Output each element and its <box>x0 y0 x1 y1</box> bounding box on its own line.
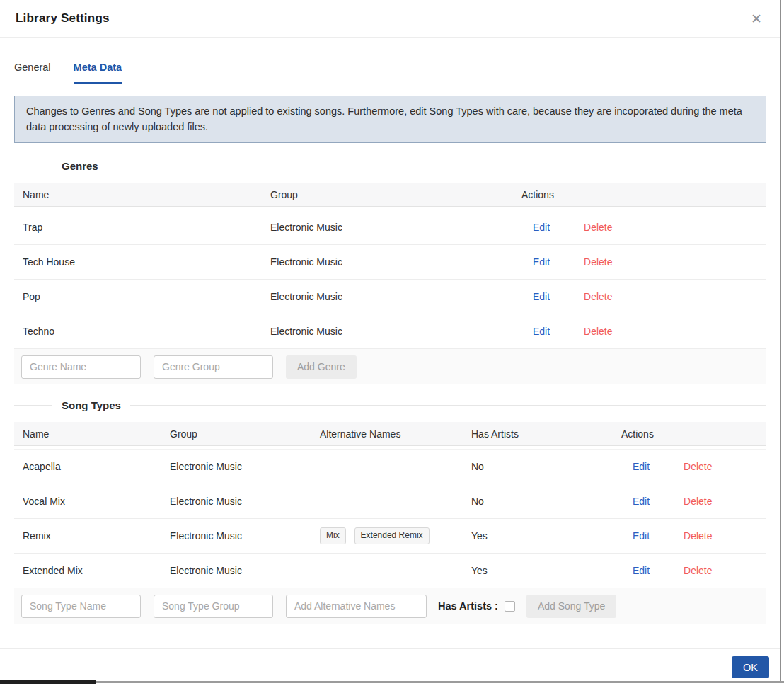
genre-name: Trap <box>14 222 262 233</box>
delete-link[interactable]: Delete <box>584 291 612 302</box>
delete-link[interactable]: Delete <box>684 565 712 576</box>
table-row: Acapella Electronic Music No Edit Delete <box>14 450 766 484</box>
delete-link[interactable]: Delete <box>584 222 612 233</box>
alt-name-tag: Mix <box>320 527 346 544</box>
song-types-section-title: Song Types <box>62 399 121 411</box>
table-row: Vocal Mix Electronic Music No Edit Delet… <box>14 484 766 519</box>
song-type-has-artists: No <box>463 496 613 507</box>
table-row: Trap Electronic Music Edit Delete <box>14 210 766 245</box>
edit-link[interactable]: Edit <box>533 326 550 337</box>
add-song-type-row: Has Artists : Add Song Type <box>14 588 766 624</box>
edit-link[interactable]: Edit <box>533 291 550 302</box>
genre-group: Electronic Music <box>262 256 513 268</box>
song-type-has-artists: Yes <box>463 530 613 542</box>
dialog-header: Library Settings ✕ <box>0 0 780 38</box>
genres-table: Name Group Actions Trap Electronic Music… <box>14 183 766 384</box>
tab-bar: General Meta Data <box>0 62 780 84</box>
dialog-title: Library Settings <box>16 11 110 25</box>
edit-link[interactable]: Edit <box>533 222 550 233</box>
tab-meta-data[interactable]: Meta Data <box>74 62 122 84</box>
add-genre-button[interactable]: Add Genre <box>286 355 357 379</box>
genre-group: Electronic Music <box>262 222 513 233</box>
song-type-name: Acapella <box>14 461 161 472</box>
song-types-section-divider: Song Types <box>0 399 780 411</box>
genre-name: Tech House <box>14 256 262 268</box>
song-types-table: Name Group Alternative Names Has Artists… <box>14 422 766 624</box>
delete-link[interactable]: Delete <box>684 530 712 542</box>
has-artists-label: Has Artists : <box>438 600 498 612</box>
song-type-has-artists: No <box>463 461 613 472</box>
table-row: Extended Mix Electronic Music Yes Edit D… <box>14 554 766 588</box>
song-type-group: Electronic Music <box>161 565 311 576</box>
delete-link[interactable]: Delete <box>584 256 612 268</box>
song-type-name: Vocal Mix <box>14 496 161 507</box>
column-header-name: Name <box>14 189 262 200</box>
divider-line <box>130 405 766 406</box>
add-genre-row: Add Genre <box>14 349 766 384</box>
song-type-group: Electronic Music <box>161 496 311 507</box>
genre-name: Pop <box>14 291 262 302</box>
edit-link[interactable]: Edit <box>633 565 650 576</box>
close-icon[interactable]: ✕ <box>748 11 765 27</box>
song-type-group: Electronic Music <box>161 530 311 542</box>
column-header-group: Group <box>262 189 513 200</box>
divider-line <box>14 405 52 406</box>
horizontal-scrollbar-track[interactable] <box>0 681 784 683</box>
horizontal-scrollbar-thumb[interactable] <box>0 680 96 684</box>
divider-line <box>108 166 766 166</box>
song-type-group: Electronic Music <box>161 461 311 472</box>
song-type-has-artists: Yes <box>463 565 613 576</box>
table-row: Pop Electronic Music Edit Delete <box>14 280 766 314</box>
genre-group: Electronic Music <box>262 291 513 302</box>
column-header-group: Group <box>161 428 311 440</box>
column-header-name: Name <box>14 428 161 440</box>
table-row: Tech House Electronic Music Edit Delete <box>14 245 766 280</box>
column-header-actions: Actions <box>513 189 766 200</box>
column-header-has-artists: Has Artists <box>463 428 613 440</box>
genre-name: Techno <box>14 326 262 337</box>
tab-general[interactable]: General <box>14 62 51 84</box>
genre-group: Electronic Music <box>262 326 513 337</box>
table-row: Techno Electronic Music Edit Delete <box>14 314 766 349</box>
genres-section-title: Genres <box>62 160 98 172</box>
song-type-group-input[interactable] <box>154 595 273 618</box>
ok-button[interactable]: OK <box>732 656 769 678</box>
has-artists-checkbox[interactable] <box>505 601 515 612</box>
song-type-name-input[interactable] <box>21 595 141 618</box>
delete-link[interactable]: Delete <box>584 326 612 337</box>
edit-link[interactable]: Edit <box>533 256 550 268</box>
song-type-alt-names: Mix Extended Remix <box>311 527 463 544</box>
genre-group-input[interactable] <box>154 355 273 379</box>
add-song-type-button[interactable]: Add Song Type <box>526 595 616 618</box>
alt-name-tag: Extended Remix <box>354 527 430 544</box>
genres-section-divider: Genres <box>0 160 780 172</box>
dialog-footer: OK <box>0 648 780 678</box>
table-row: Remix Electronic Music Mix Extended Remi… <box>14 519 766 554</box>
divider-line <box>14 166 52 166</box>
edit-link[interactable]: Edit <box>633 496 650 507</box>
delete-link[interactable]: Delete <box>684 461 712 472</box>
song-types-table-header: Name Group Alternative Names Has Artists… <box>14 422 766 446</box>
genre-name-input[interactable] <box>21 355 141 379</box>
info-banner: Changes to Genres and Song Types are not… <box>14 96 766 143</box>
genres-table-header: Name Group Actions <box>14 183 766 207</box>
alternative-names-input[interactable] <box>286 595 427 618</box>
song-type-name: Extended Mix <box>14 565 161 576</box>
song-type-name: Remix <box>14 530 161 542</box>
edit-link[interactable]: Edit <box>633 530 650 542</box>
column-header-alternative-names: Alternative Names <box>311 428 463 440</box>
library-settings-dialog: Library Settings ✕ General Meta Data Cha… <box>0 0 781 681</box>
column-header-actions: Actions <box>613 428 766 440</box>
edit-link[interactable]: Edit <box>633 461 650 472</box>
delete-link[interactable]: Delete <box>684 496 712 507</box>
